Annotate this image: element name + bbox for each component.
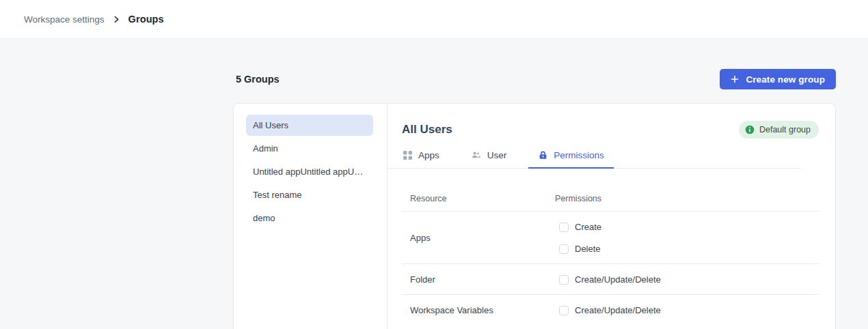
column-header-permissions: Permissions: [555, 194, 819, 203]
lock-icon: [538, 150, 548, 160]
permission-option: Delete: [555, 244, 819, 254]
permissions-table: Resource Permissions AppsCreateDeleteFol…: [402, 169, 819, 325]
permission-label: Create: [575, 222, 601, 232]
permissions-table-body: AppsCreateDeleteFolderCreate/Update/Dele…: [402, 212, 819, 325]
permission-checkbox[interactable]: [559, 223, 569, 232]
group-list-item[interactable]: Admin: [246, 138, 373, 159]
group-list-item-label: All Users: [253, 120, 288, 130]
tab-bar: AppsUserPermissions: [388, 148, 801, 169]
group-title: All Users: [402, 123, 452, 137]
permission-option: Create/Update/Delete: [555, 274, 819, 285]
permissions-table-header: Resource Permissions: [402, 169, 819, 212]
breadcrumb-groups: Groups: [128, 14, 164, 25]
tab-label: User: [487, 150, 507, 160]
top-bar: Workspace settings Groups: [0, 0, 868, 39]
permission-label: Create/Update/Delete: [575, 305, 661, 315]
group-list-item[interactable]: demo: [246, 208, 373, 229]
group-list-item-label: Test rename: [253, 190, 302, 200]
groups-header-row: 5 Groups Create new group: [233, 69, 836, 89]
permissions-cell: CreateDelete: [555, 222, 819, 254]
tab-apps[interactable]: Apps: [393, 149, 449, 168]
group-list-item-label: demo: [253, 213, 275, 223]
tab-label: Permissions: [554, 150, 604, 160]
page-content: 5 Groups Create new group All UsersAdmin…: [233, 69, 836, 329]
grid-icon: [403, 150, 413, 160]
group-detail-panel: All Users Default group AppsUserPermissi…: [388, 104, 835, 329]
column-header-resource: Resource: [402, 194, 555, 203]
group-list-item-label: Admin: [253, 143, 278, 154]
chevron-right-icon: [113, 16, 120, 23]
resource-name: Workspace Variables: [402, 305, 555, 315]
group-list-item[interactable]: All Users: [246, 115, 373, 136]
group-list-item[interactable]: Untitled appUntitled appUntitle…: [246, 161, 373, 182]
permissions-cell: Create/Update/Delete: [555, 305, 819, 315]
groups-card: All UsersAdminUntitled appUntitled appUn…: [233, 103, 836, 329]
users-icon: [471, 149, 482, 160]
group-list-item[interactable]: Test rename: [246, 184, 373, 205]
resource-name: Folder: [402, 274, 555, 285]
group-list-item-label: Untitled appUntitled appUntitle…: [253, 167, 366, 177]
info-icon: [745, 125, 755, 134]
permissions-cell: Create/Update/Delete: [555, 274, 819, 285]
create-new-group-button[interactable]: Create new group: [720, 69, 836, 89]
permission-checkbox[interactable]: [559, 244, 569, 254]
permission-checkbox[interactable]: [559, 306, 569, 315]
table-row: Workspace VariablesCreate/Update/Delete: [402, 295, 819, 325]
plus-icon: [731, 75, 739, 83]
permission-option: Create: [555, 222, 819, 232]
groups-count-label: 5 Groups: [233, 74, 280, 85]
tab-label: Apps: [418, 150, 439, 160]
tab-user[interactable]: User: [461, 148, 517, 168]
breadcrumb-workspace-settings[interactable]: Workspace settings: [24, 14, 105, 25]
default-group-badge: Default group: [739, 121, 819, 139]
create-new-group-label: Create new group: [746, 74, 825, 85]
permission-option: Create/Update/Delete: [555, 305, 819, 315]
tab-permissions[interactable]: Permissions: [528, 149, 614, 168]
table-row: AppsCreateDelete: [402, 212, 819, 264]
table-row: FolderCreate/Update/Delete: [402, 264, 819, 295]
default-group-label: Default group: [759, 125, 811, 134]
group-list: All UsersAdminUntitled appUntitled appUn…: [234, 104, 388, 329]
permission-label: Delete: [575, 244, 601, 254]
permission-checkbox[interactable]: [559, 275, 569, 285]
resource-name: Apps: [402, 233, 555, 243]
permission-label: Create/Update/Delete: [575, 274, 661, 285]
